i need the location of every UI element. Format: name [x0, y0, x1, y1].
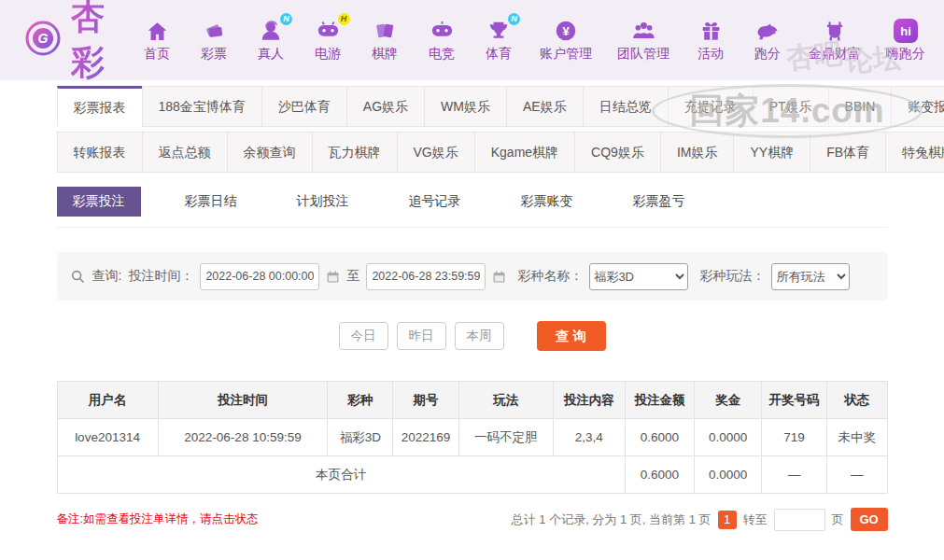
cell-status[interactable]: 未中奖: [826, 419, 887, 456]
nav-item-cards[interactable]: 棋牌: [369, 18, 401, 63]
lottery-name-select[interactable]: 福彩3D: [589, 263, 688, 290]
query-label: 查询:: [92, 268, 122, 285]
go-button[interactable]: GO: [851, 508, 888, 531]
bets-table: 用户名 投注时间 彩种 期号 玩法 投注内容 投注金额 奖金 开奖号码 状态 l…: [57, 381, 888, 494]
summary-bet-total: 0.6000: [625, 456, 695, 494]
report-tab[interactable]: 瓦力棋牌: [312, 132, 398, 173]
calendar-icon: [326, 270, 340, 284]
nav-item-live[interactable]: N 真人: [255, 18, 287, 63]
summary-draw-dash: —: [762, 456, 827, 494]
col-status: 状态: [826, 382, 887, 419]
nav-item-hipaofen[interactable]: hi 嗨跑分: [886, 18, 925, 63]
subtab-lottery-pnl[interactable]: 彩票盈亏: [617, 187, 701, 217]
goto-page-input[interactable]: [774, 509, 825, 531]
coin-icon: ¥: [554, 18, 578, 43]
nav-item-paofen[interactable]: 跑分: [752, 18, 783, 63]
yesterday-button[interactable]: 昨日: [397, 322, 446, 350]
report-tab[interactable]: VG娱乐: [397, 132, 475, 173]
subtab-lottery-changes[interactable]: 彩票账变: [505, 187, 589, 217]
report-tabs-row1: 彩票报表 188金宝博体育 沙巴体育 AG娱乐 WM娱乐 AE娱乐 日结总览 充…: [57, 86, 888, 127]
nav-item-egames[interactable]: H 电游: [312, 18, 344, 63]
cell-play: 一码不定胆: [458, 419, 553, 456]
calendar-icon: [492, 270, 506, 284]
report-tab[interactable]: 彩票报表: [57, 86, 143, 127]
nav-label: 团队管理: [617, 46, 669, 63]
col-draw-number: 开奖号码: [762, 382, 827, 419]
report-tab[interactable]: Kgame棋牌: [474, 132, 575, 173]
report-tab[interactable]: 充提记录: [668, 86, 754, 127]
nav-label: 彩票: [201, 46, 227, 63]
report-tab[interactable]: 转账报表: [57, 132, 143, 173]
report-tab[interactable]: 日结总览: [583, 86, 669, 127]
nav-item-home[interactable]: 首页: [141, 18, 173, 63]
nav-item-account[interactable]: ¥ 账户管理: [540, 18, 592, 63]
report-tab[interactable]: 余额查询: [227, 132, 313, 173]
report-tabs-row2: 转账报表 返点总额 余额查询 瓦力棋牌 VG娱乐 Kgame棋牌 CQ9娱乐 I…: [57, 133, 888, 173]
report-tab[interactable]: WM娱乐: [424, 86, 507, 127]
new-badge: N: [280, 13, 292, 25]
report-tab[interactable]: AG娱乐: [346, 86, 425, 127]
report-tab[interactable]: PT娱乐: [753, 86, 829, 127]
nav-item-esports[interactable]: 电竞: [426, 18, 458, 63]
report-tab[interactable]: FB体育: [810, 132, 886, 173]
cell-bet-content: 2,3,4: [553, 419, 625, 456]
nav-item-jinding[interactable]: 金鼎财富: [809, 18, 861, 63]
subtab-lottery-bets[interactable]: 彩票投注: [57, 187, 141, 217]
nav-item-promo[interactable]: 活动: [695, 18, 726, 63]
cell-bet-time: 2022-06-28 10:59:59: [158, 419, 328, 456]
brand-logo[interactable]: G 杏彩: [22, 0, 124, 86]
this-week-button[interactable]: 本周: [455, 322, 504, 350]
subtab-plan-bets[interactable]: 计划投注: [281, 187, 365, 217]
report-tab[interactable]: BBIN: [828, 86, 893, 127]
summary-label: 本页合计: [57, 456, 625, 494]
hi-app-icon: hi: [894, 18, 918, 43]
nav-label: 活动: [697, 46, 724, 63]
nav-item-lottery[interactable]: 彩票: [198, 18, 230, 63]
table-header-row: 用户名 投注时间 彩种 期号 玩法 投注内容 投注金额 奖金 开奖号码 状态: [57, 382, 887, 419]
col-username: 用户名: [57, 382, 158, 419]
brand-name: 杏彩: [71, 0, 124, 86]
bet-time-from-input[interactable]: [200, 263, 319, 290]
cell-issue: 2022169: [393, 419, 459, 456]
summary-status-dash: —: [826, 456, 887, 494]
report-tab[interactable]: YY棋牌: [733, 132, 810, 173]
summary-prize-total: 0.0000: [695, 456, 762, 494]
col-lottery: 彩种: [328, 382, 393, 419]
cell-bet-amount: 0.6000: [625, 419, 695, 456]
summary-row: 本页合计 0.6000 0.0000 — —: [57, 456, 887, 494]
rhino-icon: [754, 18, 781, 43]
live-dealer-icon: N: [259, 18, 283, 43]
nav-label: 电游: [315, 46, 341, 63]
bet-time-to-input[interactable]: [366, 263, 486, 290]
status-note: 备注:如需查看投注单详情，请点击状态: [57, 511, 259, 527]
nav-item-sports[interactable]: N 体育: [483, 18, 514, 63]
cell-prize: 0.0000: [695, 419, 762, 456]
report-tab[interactable]: IM娱乐: [660, 132, 735, 173]
report-tab[interactable]: 账变报表: [891, 86, 944, 127]
report-tab[interactable]: CQ9娱乐: [574, 132, 661, 173]
subtab-lottery-daily[interactable]: 彩票日结: [169, 187, 253, 217]
today-button[interactable]: 今日: [339, 322, 388, 350]
nav-label: 账户管理: [540, 46, 592, 63]
nav-label: 跑分: [754, 46, 781, 63]
home-icon: [146, 18, 169, 43]
nav-item-team[interactable]: 团队管理: [617, 18, 669, 63]
trophy-icon: N: [486, 18, 511, 43]
report-tab[interactable]: 沙巴体育: [261, 86, 347, 127]
report-tab[interactable]: 特兔棋牌: [885, 132, 944, 173]
search-button[interactable]: 查 询: [537, 321, 606, 351]
play-type-select[interactable]: 所有玩法: [771, 263, 850, 290]
main-nav: 首页 彩票 N: [141, 18, 925, 63]
new-badge: N: [508, 13, 520, 25]
svg-text:G: G: [38, 31, 49, 46]
subtab-chase-records[interactable]: 追号记录: [393, 187, 477, 217]
cell-username: love201314: [57, 419, 158, 456]
current-page-badge[interactable]: 1: [718, 511, 737, 529]
nav-label: 金鼎财富: [809, 46, 861, 63]
report-tab[interactable]: 188金宝博体育: [142, 86, 262, 127]
quick-filter-row: 今日 昨日 本周 查 询: [57, 321, 888, 351]
report-tab[interactable]: 返点总额: [142, 132, 228, 173]
page: G 杏彩 首页 彩票: [0, 0, 944, 560]
col-bet-amount: 投注金额: [625, 382, 695, 419]
report-tab[interactable]: AE娱乐: [506, 86, 584, 127]
